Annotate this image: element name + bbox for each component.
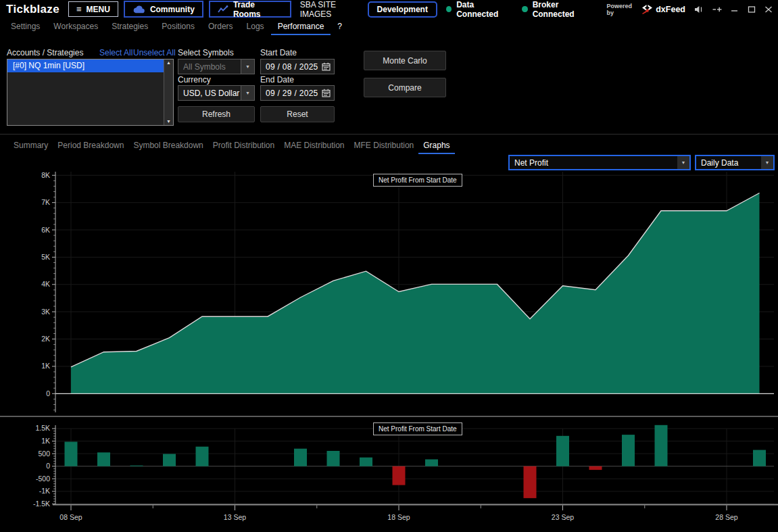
svg-text:5K: 5K [41, 253, 50, 261]
tab-summary[interactable]: Summary [14, 141, 48, 154]
titlebar-right: Development Data Connected Broker Connec… [368, 0, 778, 19]
symbols-dropdown[interactable]: All Symbols ▼ [178, 59, 255, 74]
svg-text:3K: 3K [41, 308, 50, 316]
dxfeed-logo-icon [641, 4, 654, 14]
menu-button[interactable]: ≡ MENU [68, 1, 118, 17]
daily-bar [393, 466, 406, 485]
tab-mfe-distribution[interactable]: MFE Distribution [354, 141, 414, 154]
compare-button[interactable]: Compare [364, 78, 446, 97]
app-window: Tickblaze ≡ MENU Community Trade Rooms S… [0, 0, 778, 532]
calendar-icon[interactable] [322, 62, 331, 71]
svg-text:1K: 1K [41, 437, 50, 445]
refresh-button[interactable]: Refresh [178, 106, 255, 122]
svg-text:-1.5K: -1.5K [33, 500, 50, 508]
daily-bar [327, 451, 340, 466]
scroll-down-icon[interactable]: ▼ [166, 119, 171, 124]
daily-bar [524, 466, 537, 498]
tab-period-breakdown[interactable]: Period Breakdown [57, 141, 124, 154]
chart-title: Net Profit From Start Date [373, 422, 462, 435]
svg-text:7K: 7K [41, 198, 50, 206]
daily-bar [294, 449, 307, 466]
nav-item-help[interactable]: ? [337, 22, 342, 35]
start-date-field[interactable]: 09 / 08 / 2025 [260, 59, 335, 74]
svg-text:13 Sep: 13 Sep [224, 513, 246, 521]
dock-icon[interactable] [712, 5, 722, 14]
listbox-scrollbar[interactable]: ▲ ▼ [164, 59, 173, 125]
hamburger-icon: ≡ [76, 4, 82, 14]
volume-icon[interactable] [694, 5, 704, 14]
maximize-icon[interactable] [748, 5, 756, 14]
tab-profit-distribution[interactable]: Profit Distribution [213, 141, 274, 154]
minimize-icon[interactable] [731, 5, 739, 14]
dxfeed-label: dxFeed [656, 5, 685, 14]
nav-item-strategies[interactable]: Strategies [112, 22, 148, 35]
separator [0, 134, 778, 135]
chart-title: Net Profit From Start Date [373, 174, 462, 187]
currency-dropdown[interactable]: USD, US Dollar ▼ [178, 85, 255, 101]
end-date-field[interactable]: 09 / 29 / 2025 [260, 85, 335, 101]
nav-item-settings[interactable]: Settings [11, 22, 40, 35]
nav-item-positions[interactable]: Positions [162, 22, 195, 35]
accounts-strategies-label: Accounts / Strategies [7, 48, 83, 57]
tab-mae-distribution[interactable]: MAE Distribution [284, 141, 344, 154]
daily-bar [196, 447, 209, 466]
app-logo: Tickblaze [6, 3, 59, 16]
svg-text:28 Sep: 28 Sep [715, 513, 737, 521]
nav-item-logs[interactable]: Logs [247, 22, 264, 35]
svg-text:18 Sep: 18 Sep [387, 513, 410, 521]
svg-text:-1K: -1K [39, 487, 50, 495]
nav-item-performance[interactable]: Performance [271, 22, 331, 35]
environment-badge[interactable]: Development [368, 1, 437, 18]
daily-bar [425, 460, 438, 466]
daily-bar [97, 452, 110, 466]
select-all-link[interactable]: Select All [99, 48, 132, 57]
start-date-label: Start Date [260, 48, 297, 57]
svg-text:0: 0 [46, 462, 50, 470]
end-date-label: End Date [260, 75, 294, 84]
cloud-icon [132, 5, 145, 14]
chevron-down-icon[interactable]: ▼ [761, 156, 773, 169]
chart-line-icon [218, 5, 228, 14]
workspace-name: SBA SITE IMAGES [300, 0, 368, 19]
calendar-icon[interactable] [322, 89, 331, 97]
scroll-up-icon[interactable]: ▲ [166, 60, 171, 66]
period-dropdown[interactable]: Daily Data ▼ [695, 155, 775, 170]
trade-rooms-button[interactable]: Trade Rooms [209, 1, 291, 18]
close-icon[interactable] [764, 5, 773, 14]
chevron-down-icon[interactable]: ▼ [677, 156, 689, 169]
titlebar: Tickblaze ≡ MENU Community Trade Rooms S… [0, 0, 778, 18]
unselect-all-link[interactable]: Unselect All [133, 48, 176, 57]
tab-graphs[interactable]: Graphs [418, 141, 454, 154]
svg-text:500: 500 [38, 450, 50, 458]
daily-bar [130, 466, 143, 466]
cumulative-net-profit-chart: 8K7K6K5K4K3K2K1K0 [0, 170, 778, 416]
broker-status: Broker Connected [522, 0, 597, 19]
daily-bar [589, 466, 602, 470]
data-connected-dot [446, 6, 452, 12]
svg-text:0: 0 [46, 389, 50, 397]
metric-dropdown[interactable]: Net Profit ▼ [508, 155, 691, 170]
reset-button[interactable]: Reset [260, 106, 335, 122]
svg-text:1.5K: 1.5K [35, 424, 50, 432]
daily-bar [753, 450, 766, 466]
net-profit-area [71, 193, 760, 394]
powered-by-label: Powered by [606, 3, 638, 16]
daily-bar [556, 436, 569, 466]
nav-item-orders[interactable]: Orders [208, 22, 233, 35]
nav-item-workspaces[interactable]: Workspaces [53, 22, 98, 35]
broker-connected-dot [522, 6, 527, 12]
tab-symbol-breakdown[interactable]: Symbol Breakdown [133, 141, 203, 154]
svg-text:23 Sep: 23 Sep [552, 513, 574, 521]
chevron-down-icon[interactable]: ▼ [241, 59, 254, 74]
data-status: Data Connected [446, 0, 513, 19]
chevron-down-icon[interactable]: ▼ [241, 86, 254, 100]
account-list-item[interactable]: [#0] NQ 1min [USD] [7, 59, 173, 72]
performance-tabs: Summary Period Breakdown Symbol Breakdow… [14, 141, 450, 154]
svg-text:6K: 6K [41, 226, 50, 234]
monte-carlo-button[interactable]: Monte Carlo [364, 51, 446, 70]
community-button[interactable]: Community [124, 1, 203, 18]
svg-text:08 Sep: 08 Sep [59, 513, 82, 521]
daily-bar [163, 454, 176, 466]
main-nav: Settings Workspaces Strategies Positions… [11, 22, 342, 35]
currency-label: Currency [178, 75, 211, 84]
